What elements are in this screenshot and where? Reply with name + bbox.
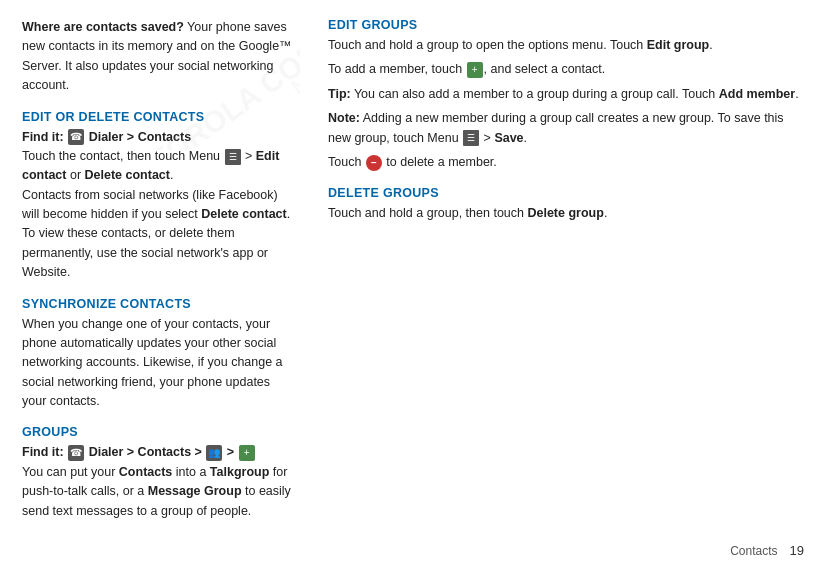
page-footer: Contacts 19 [730,543,804,558]
delete-group-bold: Delete group [527,206,603,220]
edit-delete-section: EDIT OR DELETE CONTACTS Find it: ☎ Diale… [22,110,292,283]
edit-groups-delete-member: Touch − to delete a member. [328,153,804,172]
minus-icon: − [366,155,382,171]
edit-groups-note: Note: Adding a new member during a group… [328,109,804,148]
edit-groups-title: EDIT GROUPS [328,18,804,32]
edit-delete-title: EDIT OR DELETE CONTACTS [22,110,292,124]
sync-para: When you change one of your contacts, yo… [22,315,292,412]
phone-icon-groups: ☎ [68,445,84,461]
note-label: Note: [328,111,360,125]
edit-groups-section: EDIT GROUPS Touch and hold a group to op… [328,18,804,172]
intro-paragraph: Where are contacts saved? Your phone sav… [22,18,292,96]
plus-icon-member: + [467,62,483,78]
add-member-bold: Add member [719,87,795,101]
page-container: MOTOROLA CONFIDENTIAL RESTRICTED CONFIDE… [0,0,826,568]
sync-section: SYNCHRONIZE CONTACTS When you change one… [22,297,292,412]
groups-title: GROUPS [22,425,292,439]
edit-delete-find: Find it: ☎ Dialer > Contacts [22,128,292,147]
find-it-text: Dialer > Contacts [89,130,191,144]
edit-delete-para1: Touch the contact, then touch Menu ☰ > E… [22,147,292,186]
delete-groups-section: DELETE GROUPS Touch and hold a group, th… [328,186,804,223]
sync-title: SYNCHRONIZE CONTACTS [22,297,292,311]
contacts-bold: Contacts [119,465,172,479]
groups-find: Find it: ☎ Dialer > Contacts > 👥 > + [22,443,292,462]
edit-groups-tip: Tip: You can also add a member to a grou… [328,85,804,104]
groups-para: You can put your Contacts into a Talkgro… [22,463,292,521]
groups-gt: > [227,445,238,459]
intro-bold: Where are contacts saved? [22,20,184,34]
groups-find-path: Dialer > Contacts > [89,445,206,459]
footer-word: Contacts [730,544,777,558]
edit-delete-para2: Contacts from social networks (like Face… [22,186,292,283]
delete-contact-label2: Delete contact [201,207,286,221]
phone-icon: ☎ [68,129,84,145]
footer-number: 19 [790,543,804,558]
edit-groups-para2: To add a member, touch +, and select a c… [328,60,804,79]
menu-icon: ☰ [225,149,241,165]
edit-groups-para1: Touch and hold a group to open the optio… [328,36,804,55]
menu-icon-note: ☰ [463,130,479,146]
edit-group-bold: Edit group [647,38,710,52]
delete-groups-title: DELETE GROUPS [328,186,804,200]
delete-groups-para: Touch and hold a group, then touch Delet… [328,204,804,223]
talkgroup-bold: Talkgroup [210,465,270,479]
right-column: EDIT GROUPS Touch and hold a group to op… [310,0,826,568]
people-icon: 👥 [206,445,222,461]
groups-section: GROUPS Find it: ☎ Dialer > Contacts > 👥 … [22,425,292,521]
message-group-bold: Message Group [148,484,242,498]
save-bold: Save [494,131,523,145]
groups-find-label: Find it: [22,445,64,459]
plus-icon-groups: + [239,445,255,461]
tip-label: Tip: [328,87,351,101]
find-it-label: Find it: [22,130,64,144]
delete-contact-label: Delete contact [85,168,170,182]
left-column: Where are contacts saved? Your phone sav… [0,0,310,568]
intro-section: Where are contacts saved? Your phone sav… [22,18,292,96]
